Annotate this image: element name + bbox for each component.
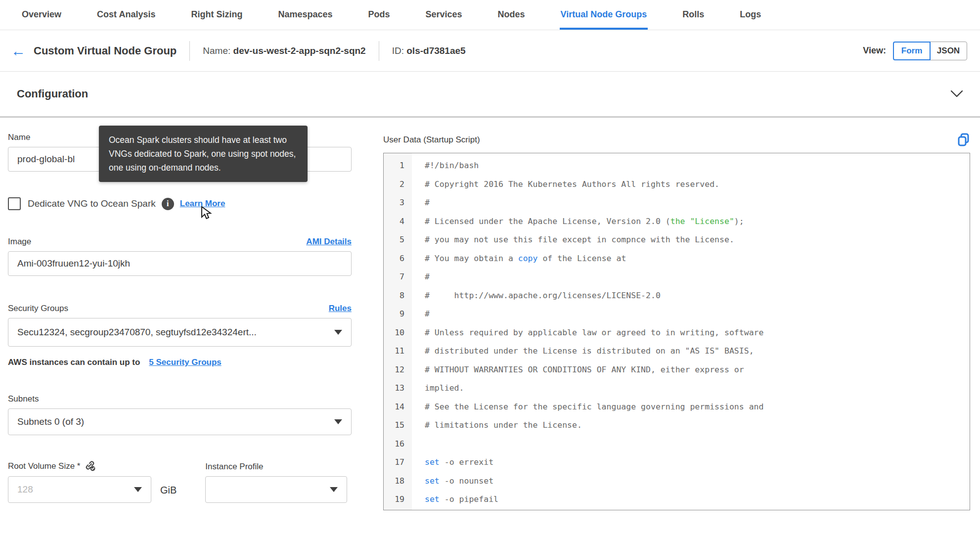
name-field-group: Name Ocean Spark clusters should have at… [8,133,352,172]
code-text: # http://www.apache.org/licenses/LICENSE… [412,286,661,305]
code-line: 15# limitations under the License. [384,416,970,435]
caret-down-icon [134,487,142,492]
line-number: 8 [384,286,412,305]
code-text: # WITHOUT WARRANTIES OR CONDITIONS OF AN… [412,360,744,379]
info-icon[interactable]: i [162,198,174,210]
code-text: # you may not use this file except in co… [412,230,734,249]
code-text: set -o errexit [412,453,493,472]
root-volume-dropdown[interactable]: 128 [8,476,151,503]
tab-nodes[interactable]: Nodes [497,0,526,30]
form-column: Name Ocean Spark clusters should have at… [8,133,352,510]
vng-name-value: dev-us-west-2-app-sqn2-sqn2 [233,45,366,56]
line-number: 9 [384,305,412,323]
caret-down-icon [334,330,342,335]
line-number: 7 [384,268,412,286]
line-number: 3 [384,193,412,212]
code-line: 6# You may obtain a copy of the License … [384,249,970,268]
configuration-body: Name Ocean Spark clusters should have at… [0,118,980,510]
vng-name: Name: dev-us-west-2-app-sqn2-sqn2 [203,45,365,56]
mouse-cursor-icon [201,206,214,222]
line-number: 6 [384,249,412,268]
tab-virtual-node-groups[interactable]: Virtual Node Groups [560,0,648,30]
code-text: # You may obtain a copy of the License a… [412,249,626,268]
rules-link[interactable]: Rules [329,304,352,314]
line-number: 16 [384,435,412,453]
tab-cost-analysis[interactable]: Cost Analysis [96,0,156,30]
ami-details-link[interactable]: AMI Details [306,237,352,247]
code-line: 12# WITHOUT WARRANTIES OR CONDITIONS OF … [384,360,970,379]
page-title: Custom Virtual Node Group [34,45,177,57]
image-field-group: Image AMI Details [8,237,352,276]
code-line: 7# [384,268,970,286]
section-title: Configuration [17,88,88,100]
instance-profile-label: Instance Profile [205,462,347,472]
code-line: 2# Copyright 2016 The Kubernetes Authors… [384,175,970,194]
line-number: 5 [384,230,412,249]
code-line: 18set -o nounset [384,472,970,491]
subnets-dropdown[interactable]: Subnets 0 (of 3) [8,408,352,435]
code-line: 19set -o pipefail [384,490,970,509]
code-text: # [412,193,430,212]
five-security-groups-link[interactable]: 5 Security Groups [149,358,221,367]
code-line: 4# Licensed under the Apache License, Ve… [384,212,970,231]
security-groups-label: Security Groups [8,304,68,314]
code-text: # Unless required by applicable law or a… [412,323,763,342]
security-groups-helper: AWS instances can contain up to 5 Securi… [8,358,352,367]
root-volume-label: Root Volume Size * [8,461,80,471]
line-number: 4 [384,212,412,231]
line-number: 19 [384,490,412,509]
tab-logs[interactable]: Logs [739,0,762,30]
tab-right-sizing[interactable]: Right Sizing [190,0,243,30]
user-data-header: User Data (Startup Script) [383,133,970,147]
copy-icon[interactable] [957,133,970,147]
code-text [412,435,425,453]
line-number: 17 [384,453,412,472]
helper-text: AWS instances can contain up to [8,358,140,367]
ocean-spark-tooltip: Ocean Spark clusters should have at leas… [99,126,308,182]
tab-services[interactable]: Services [425,0,463,30]
top-tab-bar: OverviewCost AnalysisRight SizingNamespa… [0,0,980,30]
dedicate-vng-checkbox[interactable] [8,197,21,210]
tab-list: OverviewCost AnalysisRight SizingNamespa… [21,0,762,30]
divider [379,41,379,61]
gib-unit-label: GiB [160,485,177,496]
code-editor[interactable]: 1#!/bin/bash2# Copyright 2016 The Kubern… [383,153,970,510]
code-line: 16 [384,435,970,453]
view-form-button[interactable]: Form [893,42,931,60]
line-number: 18 [384,472,412,491]
subnets-value: Subnets 0 (of 3) [17,416,84,427]
instance-profile-field-group: Instance Profile [205,462,347,503]
tab-pods[interactable]: Pods [367,0,391,30]
subnets-field-group: Subnets Subnets 0 (of 3) [8,394,352,435]
instance-profile-dropdown[interactable] [205,476,347,503]
vng-id-value: ols-d7381ae5 [406,45,465,56]
back-arrow-icon[interactable]: ← [11,44,26,58]
tab-rolls[interactable]: Rolls [681,0,705,30]
subnets-label: Subnets [8,394,352,404]
code-line: 14# See the License for the specific lan… [384,398,970,416]
code-line: 8# http://www.apache.org/licenses/LICENS… [384,286,970,305]
vng-name-label: Name: [203,45,230,56]
code-line: 3# [384,193,970,212]
image-input[interactable] [8,251,352,276]
code-line: 1#!/bin/bash [384,156,970,175]
code-line: 5# you may not use this file except in c… [384,230,970,249]
root-volume-field-group: Root Volume Size * [8,461,151,503]
chevron-down-icon[interactable] [950,90,963,98]
code-text: # distributed under the License is distr… [412,342,754,360]
code-line: 17set -o errexit [384,453,970,472]
page-header: ← Custom Virtual Node Group Name: dev-us… [0,30,980,72]
link-check-icon[interactable] [84,461,96,472]
dedicate-vng-label: Dedicate VNG to Ocean Spark [28,198,156,209]
code-text: # Licensed under the Apache License, Ver… [412,212,744,231]
user-data-column: User Data (Startup Script) 1#!/bin/bash2… [383,133,970,510]
security-groups-dropdown[interactable]: Secu12324, secgroup23470870, segtuyfsd12… [8,318,352,347]
caret-down-icon [334,419,342,424]
security-groups-value: Secu12324, secgroup23470870, segtuyfsd12… [17,327,257,338]
tab-namespaces[interactable]: Namespaces [277,0,333,30]
user-data-title: User Data (Startup Script) [383,135,480,145]
view-json-button[interactable]: JSON [930,42,967,60]
tab-overview[interactable]: Overview [21,0,62,30]
line-number: 12 [384,360,412,379]
line-number: 14 [384,398,412,416]
